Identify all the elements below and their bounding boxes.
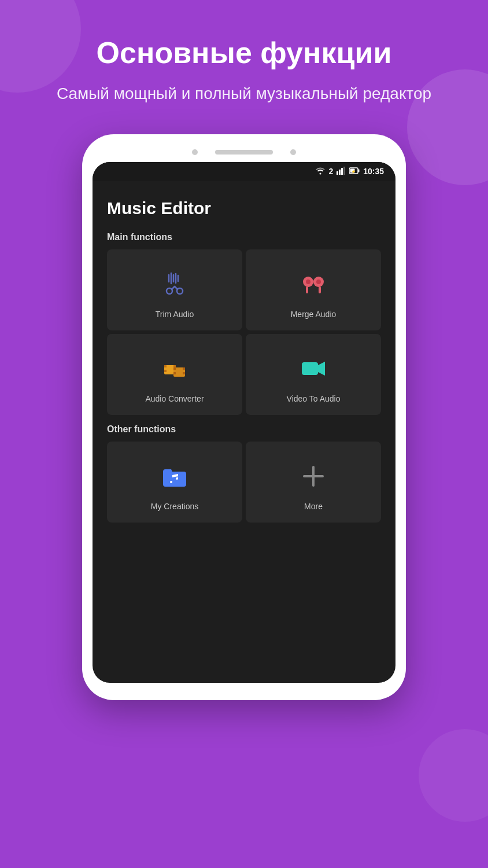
- phone-mockup: 2: [82, 134, 406, 700]
- trim-audio-label: Trim Audio: [156, 310, 194, 319]
- my-creations-icon: [157, 459, 192, 494]
- svg-rect-29: [173, 367, 176, 370]
- audio-converter-icon: [157, 351, 192, 386]
- status-bar: 2: [93, 162, 395, 181]
- trim-audio-card[interactable]: Trim Audio: [107, 249, 242, 330]
- signal-icon: [337, 167, 346, 176]
- svg-text:⚡: ⚡: [351, 169, 356, 174]
- merge-audio-icon: [296, 267, 331, 301]
- svg-line-16: [175, 286, 178, 289]
- more-label: More: [304, 502, 323, 511]
- svg-rect-2: [341, 168, 343, 175]
- video-to-audio-icon: [296, 351, 331, 386]
- other-functions-section: Other functions: [107, 424, 381, 523]
- status-time: 10:35: [363, 167, 384, 176]
- svg-point-20: [316, 279, 321, 284]
- sim-indicator: 2: [328, 167, 333, 176]
- audio-converter-label: Audio Converter: [145, 394, 204, 403]
- merge-audio-card[interactable]: Merge Audio: [246, 249, 381, 330]
- page-title: Основные функции: [35, 35, 453, 71]
- video-to-audio-card[interactable]: Video To Audio: [246, 334, 381, 415]
- svg-rect-5: [358, 169, 360, 172]
- app-content: Music Editor Main functions: [93, 181, 395, 538]
- svg-rect-32: [183, 372, 185, 374]
- merge-audio-label: Merge Audio: [291, 310, 337, 319]
- my-creations-label: My Creations: [151, 502, 198, 511]
- header-section: Основные функции Самый мощный и полный м…: [0, 0, 488, 123]
- bg-decoration-circle-bottom: [419, 729, 488, 822]
- more-icon: [296, 459, 331, 494]
- svg-rect-31: [183, 367, 185, 370]
- phone-screen: 2: [93, 162, 395, 683]
- page-subtitle: Самый мощный и полный музыкальный редакт…: [35, 82, 453, 105]
- svg-rect-24: [164, 365, 167, 367]
- more-card[interactable]: More: [246, 442, 381, 523]
- svg-rect-21: [306, 286, 308, 293]
- main-functions-grid: Trim Audio: [107, 249, 381, 415]
- svg-rect-3: [343, 167, 345, 175]
- phone-sensor-left: [192, 149, 198, 155]
- svg-rect-22: [319, 286, 321, 293]
- svg-rect-33: [302, 362, 318, 375]
- my-creations-card[interactable]: My Creations: [107, 442, 242, 523]
- phone-speaker: [215, 150, 273, 155]
- svg-point-18: [306, 279, 310, 284]
- audio-converter-card[interactable]: Audio Converter: [107, 334, 242, 415]
- svg-rect-26: [173, 365, 176, 367]
- phone-top-bar: [93, 145, 395, 162]
- svg-rect-30: [173, 372, 176, 374]
- svg-rect-1: [339, 170, 341, 175]
- app-title: Music Editor: [107, 198, 381, 218]
- phone-outer-frame: 2: [82, 134, 406, 700]
- trim-audio-icon: [157, 267, 192, 301]
- svg-rect-25: [164, 370, 167, 372]
- wifi-icon: [316, 167, 325, 176]
- main-functions-label: Main functions: [107, 232, 381, 242]
- phone-sensor-right: [290, 149, 296, 155]
- battery-icon: ⚡: [349, 167, 360, 176]
- other-functions-label: Other functions: [107, 424, 381, 435]
- other-functions-grid: My Creations More: [107, 442, 381, 523]
- video-to-audio-label: Video To Audio: [287, 394, 341, 403]
- status-icons: 2: [316, 167, 384, 176]
- svg-marker-34: [318, 362, 325, 376]
- svg-rect-0: [337, 171, 338, 175]
